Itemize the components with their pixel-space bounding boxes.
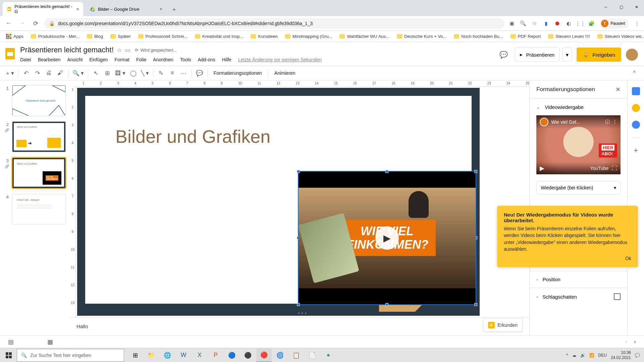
toast-ok-button[interactable]: Ok (504, 256, 631, 261)
windows-search[interactable]: 🔍 Zur Suche Text hier eingeben (17, 349, 124, 362)
slide-thumbnail-selected[interactable]: Bilder und Grafiken WIE VIELEINKOMMEN? (12, 158, 66, 188)
last-edit-link[interactable]: Letzte Änderung vor wenigen Sekunden (238, 57, 322, 62)
reload-button[interactable]: ⟳ (31, 19, 40, 28)
border-dash-button[interactable]: ⋯ (179, 68, 189, 78)
resize-handle[interactable] (385, 303, 388, 306)
extension-icon[interactable]: ⋮⋮ (577, 20, 584, 27)
star-icon[interactable]: ☆ (531, 20, 538, 27)
shape-tool[interactable]: ◯ (128, 68, 138, 78)
browser-tab[interactable]: Bilder – Google Drive × (86, 2, 166, 16)
slide-stage[interactable]: Bilder und Grafiken (76, 86, 529, 317)
clock[interactable]: 10:36 24.02.2021 (611, 350, 631, 360)
bookmark[interactable]: Blog (85, 33, 105, 40)
app-icon[interactable]: 📄 (305, 349, 320, 362)
resize-handle[interactable] (297, 303, 300, 306)
bookmark[interactable]: Produktsuche - Mer... (29, 33, 82, 40)
slide-title-text[interactable]: Bilder und Grafiken (115, 126, 270, 147)
new-slide-button[interactable]: + ▾ (5, 68, 15, 78)
select-tool[interactable]: ↖ (91, 68, 101, 78)
drop-shadow-section[interactable]: › Schlagschatten (530, 288, 627, 305)
notes-text[interactable]: Hallo (76, 323, 88, 329)
share-button[interactable]: 🔒 Freigeben (577, 48, 621, 62)
forward-button[interactable]: → (17, 19, 27, 28)
browser-tab-active[interactable]: Präsentieren leicht gemacht! - G × (3, 2, 83, 16)
undo-button[interactable]: ↶ (21, 68, 31, 78)
profile-button[interactable]: T Pausiert (600, 18, 629, 28)
notifications-icon[interactable]: 💬 (635, 353, 640, 358)
youtube-preview[interactable]: Wie viel Gel... ⓘ⋮ HIERABO! ▶ YouTube ⛶ (536, 115, 621, 174)
shadow-checkbox[interactable] (614, 293, 621, 300)
star-icon[interactable]: ☆ (117, 47, 122, 53)
next-slide-button[interactable]: › (634, 338, 636, 345)
edge-icon[interactable]: 🌀 (272, 349, 288, 362)
menu-format[interactable]: Format (115, 57, 129, 62)
bookmark[interactable]: PDF Report (508, 33, 543, 40)
new-tab-button[interactable]: + (169, 5, 179, 15)
slides-logo[interactable] (3, 47, 17, 60)
edge-icon[interactable]: 🌐 (160, 349, 175, 362)
volume-icon[interactable]: 🔊 (580, 353, 585, 358)
keep-icon[interactable] (632, 104, 640, 112)
obs-icon[interactable]: ⚫ (240, 349, 256, 362)
prev-slide-button[interactable]: ‹ (625, 338, 627, 345)
back-button[interactable]: ← (4, 19, 13, 28)
resize-handle[interactable] (474, 170, 477, 173)
resize-handle[interactable] (474, 303, 477, 306)
calendar-icon[interactable] (632, 87, 640, 95)
print-button[interactable]: 🖨 (44, 68, 54, 78)
resize-handle[interactable] (297, 170, 300, 173)
menu-arrange[interactable]: Anordnen (153, 57, 173, 62)
selected-video-object[interactable]: WIE VIELEINKOMMEN? ▶ (298, 171, 476, 305)
animate-button[interactable]: Animieren (271, 70, 299, 76)
menu-edit[interactable]: Bearbeiten (38, 57, 61, 62)
bookmark[interactable]: Wahlfächer WU Aus... (337, 33, 391, 40)
maximize-button[interactable]: ▢ (614, 2, 629, 12)
cast-icon[interactable]: ▣ (508, 20, 515, 27)
bookmark[interactable]: Steuern Lesen !!!! (546, 33, 592, 40)
close-tab-icon[interactable]: × (76, 6, 79, 12)
video-playback-section[interactable]: ⌄ Videowiedergabe (530, 99, 627, 115)
bookmark[interactable]: Kursideen (249, 33, 280, 40)
word-icon[interactable]: W (176, 349, 191, 362)
redo-button[interactable]: ↷ (33, 68, 43, 78)
close-window-button[interactable]: ✕ (629, 2, 644, 12)
cloud-icon[interactable]: ☁ (572, 353, 576, 358)
tray-chevron-icon[interactable]: ^ (566, 353, 568, 358)
zoom-button[interactable]: 🔍 ▾ (71, 68, 86, 78)
chrome-icon[interactable]: 🔴 (256, 349, 272, 362)
explore-button[interactable]: ✦ Erkunden (483, 318, 523, 332)
bookmark[interactable]: Professionell Schrei... (136, 33, 190, 40)
resize-handle[interactable] (385, 170, 388, 173)
menu-addons[interactable]: Add-ons (198, 57, 215, 62)
info-icon[interactable]: ⓘ (605, 119, 610, 125)
playback-mode-select[interactable]: Wiedergabe (bei Klicken) ▾ (536, 181, 621, 194)
bookmark[interactable]: Mindmapping (Gru... (283, 33, 334, 40)
bookmark[interactable]: Steuern Videos wic... (595, 33, 644, 40)
fullscreen-icon[interactable]: ⛶ (612, 165, 617, 171)
app-icon[interactable]: 📋 (288, 349, 304, 362)
comment-button[interactable]: 💬 (195, 68, 205, 78)
slide-thumbnail[interactable]: Erste Folie – Beispiel (12, 194, 66, 225)
format-options-button[interactable]: Formatierungsoptionen (210, 70, 265, 76)
spotify-icon[interactable]: ● (321, 349, 336, 362)
slide-thumbnail[interactable]: Präsentieren leicht gemacht! (12, 85, 66, 116)
slide-thumbnail[interactable]: Bilder und Grafiken ➔ (12, 121, 66, 152)
extension-icon[interactable]: ▮ (543, 20, 549, 27)
bookmark[interactable]: Deutsche Kurs + Vo... (395, 33, 448, 40)
textbox-tool[interactable]: ⊞ (102, 68, 112, 78)
play-icon[interactable]: ▶ (540, 165, 544, 172)
task-view-icon[interactable]: ⊞ (127, 349, 143, 362)
app-icon[interactable]: 🔵 (224, 349, 239, 362)
menu-help[interactable]: Hilfe (222, 57, 231, 62)
extensions-button[interactable]: 🧩 (588, 20, 595, 27)
menu-slide[interactable]: Folie (136, 57, 146, 62)
border-color-button[interactable]: ✎ (156, 68, 166, 78)
grid-view-icon[interactable]: ▦ (47, 338, 53, 346)
excel-icon[interactable]: X (192, 349, 207, 362)
menu-view[interactable]: Ansicht (67, 57, 83, 62)
play-icon[interactable]: ▶ (375, 226, 399, 250)
close-tab-icon[interactable]: × (160, 6, 162, 12)
position-section[interactable]: › Position (530, 271, 627, 288)
slide[interactable]: Bilder und Grafiken (85, 96, 472, 304)
collapse-toolbar-button[interactable]: ^ (629, 68, 639, 78)
